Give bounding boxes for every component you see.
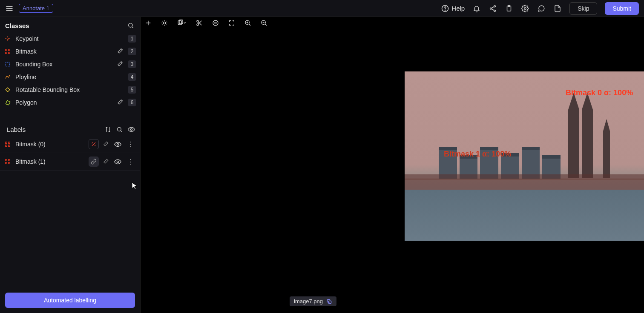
hotkey-badge: 3	[128, 60, 136, 68]
svg-point-60	[216, 23, 217, 23]
topbar-left: Annotate 1	[5, 4, 53, 13]
svg-rect-35	[6, 159, 7, 161]
class-row-rotbbox[interactable]: Rotatable Bounding Box 5	[0, 83, 140, 96]
class-row-bitmask[interactable]: Bitmask 2	[0, 45, 140, 58]
scissors-icon[interactable]	[196, 20, 203, 26]
more-icon[interactable]: ⋮	[126, 140, 136, 148]
bitmask-icon	[4, 141, 11, 148]
svg-rect-31	[9, 142, 10, 144]
polygon-icon	[4, 99, 11, 106]
labels-title: Labels	[7, 126, 26, 133]
bitmask-icon	[4, 48, 11, 55]
more-icon[interactable]: ⋮	[126, 158, 136, 166]
wand-icon[interactable]	[117, 61, 124, 68]
settings-icon[interactable]	[521, 4, 529, 13]
clipboard-icon[interactable]	[505, 4, 513, 13]
svg-point-58	[214, 23, 215, 23]
eye-icon[interactable]	[114, 158, 121, 165]
zoom-in-icon[interactable]	[244, 20, 251, 26]
svg-line-48	[166, 25, 167, 25]
brightness-icon[interactable]	[161, 20, 168, 26]
topbar-right: Help Skip Submit	[441, 2, 639, 15]
submit-button[interactable]: Submit	[605, 2, 639, 15]
copy-icon[interactable]	[326, 299, 332, 304]
svg-rect-32	[6, 145, 7, 147]
annotation-label-1[interactable]: Bitmask 1 α: 100%	[444, 150, 511, 159]
help-label: Help	[451, 5, 465, 12]
svg-line-14	[132, 27, 133, 28]
label-row-bitmask-0[interactable]: Bitmask (0) ⋮	[0, 136, 140, 153]
help-button[interactable]: Help	[441, 5, 465, 12]
svg-point-4	[445, 10, 446, 10]
zoom-out-icon[interactable]	[261, 20, 267, 26]
svg-line-49	[162, 25, 163, 25]
label-row-bitmask-1[interactable]: Bitmask (1) ⋮	[0, 153, 140, 171]
svg-rect-37	[6, 162, 7, 164]
search-icon[interactable]	[116, 126, 123, 133]
image-water	[405, 190, 644, 241]
class-row-bbox[interactable]: Bounding Box 3	[0, 58, 140, 71]
canvas-toolbar	[145, 20, 267, 26]
main: Classes Keypoint 1 Bitmask 2 Bounding Bo…	[0, 17, 644, 313]
canvas-area[interactable]: Bitmask 0 α: 100% Bitmask 1 α: 100% imag…	[141, 17, 644, 313]
classes-header: Classes	[0, 17, 140, 32]
sidebar: Classes Keypoint 1 Bitmask 2 Bounding Bo…	[0, 17, 141, 313]
image-cathedral	[561, 93, 612, 178]
svg-line-9	[492, 9, 494, 10]
automated-labelling-button[interactable]: Automated labelling	[5, 293, 135, 308]
class-label: Ployline	[15, 74, 124, 80]
class-label: Rotatable Bounding Box	[15, 86, 124, 93]
svg-point-53	[197, 20, 198, 22]
svg-point-13	[129, 23, 132, 27]
svg-line-28	[121, 131, 122, 132]
svg-rect-33	[9, 145, 10, 147]
add-icon[interactable]	[145, 20, 152, 26]
cursor-icon	[132, 182, 138, 190]
svg-point-15	[7, 38, 9, 40]
hotkey-badge: 4	[128, 73, 136, 81]
rotatable-bbox-icon	[4, 86, 11, 93]
annotation-label-0[interactable]: Bitmask 0 α: 100%	[566, 88, 633, 97]
svg-rect-25	[6, 88, 10, 92]
labels-header: Labels	[0, 122, 140, 136]
eye-icon[interactable]	[114, 141, 121, 148]
bell-icon[interactable]	[472, 4, 481, 13]
class-row-polygon[interactable]: Polygon 6	[0, 96, 140, 109]
svg-rect-38	[9, 162, 10, 164]
svg-rect-23	[9, 52, 10, 54]
wand-icon[interactable]	[117, 48, 124, 55]
label-actions: ⋮	[89, 139, 136, 149]
svg-line-50	[166, 21, 167, 21]
fullscreen-icon[interactable]	[228, 20, 235, 26]
eye-icon[interactable]	[128, 126, 135, 133]
bitmask-icon	[4, 158, 11, 165]
canvas-image[interactable]: Bitmask 0 α: 100% Bitmask 1 α: 100%	[405, 71, 644, 241]
svg-point-34	[117, 143, 118, 145]
sort-icon[interactable]	[105, 126, 111, 133]
wand-icon[interactable]	[103, 141, 110, 148]
link-icon[interactable]	[89, 156, 99, 167]
class-row-keypoint[interactable]: Keypoint 1	[0, 32, 140, 45]
skip-button[interactable]: Skip	[569, 2, 597, 15]
wand-icon[interactable]	[103, 158, 110, 165]
wand-icon[interactable]	[117, 99, 124, 106]
document-icon[interactable]	[553, 4, 562, 13]
keypoint-icon	[4, 35, 11, 42]
annotate-mode-tag[interactable]: Annotate 1	[19, 4, 53, 13]
svg-line-66	[265, 24, 267, 26]
share-icon[interactable]	[489, 4, 497, 13]
copy-dropdown-icon[interactable]	[177, 20, 187, 26]
polyline-icon	[4, 74, 11, 80]
svg-point-39	[117, 161, 118, 162]
search-icon[interactable]	[126, 21, 135, 30]
comment-icon[interactable]	[212, 20, 219, 26]
svg-rect-22	[6, 52, 7, 54]
chat-icon[interactable]	[537, 4, 546, 13]
hotkey-badge: 1	[128, 35, 136, 43]
ai-disconnect-icon[interactable]	[89, 139, 99, 149]
hamburger-icon[interactable]	[5, 4, 14, 13]
class-row-polyline[interactable]: Ployline 4	[0, 71, 140, 83]
hotkey-badge: 5	[128, 86, 136, 94]
svg-point-12	[524, 7, 526, 9]
svg-rect-36	[9, 159, 10, 161]
